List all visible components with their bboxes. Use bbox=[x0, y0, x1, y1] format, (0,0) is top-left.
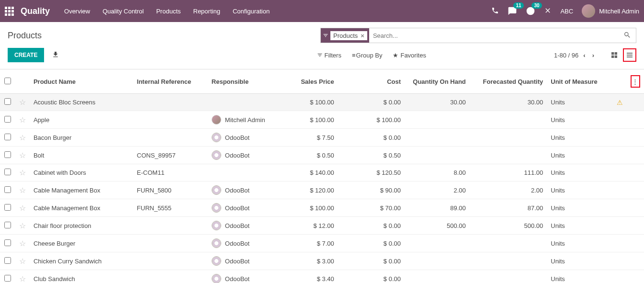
favorite-star-icon[interactable]: ☆ bbox=[19, 275, 26, 283]
nav-products[interactable]: Products bbox=[156, 8, 181, 15]
cell-quantity-on-hand bbox=[405, 252, 470, 270]
list-view-icon[interactable] bbox=[623, 48, 636, 62]
nav-configuration[interactable]: Configuration bbox=[233, 8, 270, 15]
row-checkbox[interactable] bbox=[4, 134, 11, 140]
col-unit-of-measure[interactable]: Unit of Measure bbox=[547, 69, 613, 94]
user-menu[interactable]: Mitchell Admin bbox=[582, 4, 639, 18]
favorite-star-icon[interactable]: ☆ bbox=[19, 222, 26, 230]
cell-forecasted-quantity bbox=[470, 252, 547, 270]
row-checkbox[interactable] bbox=[4, 186, 11, 193]
apps-icon[interactable] bbox=[5, 7, 14, 16]
table-row[interactable]: ☆BoltCONS_89957OdooBot$ 0.50$ 0.50Units bbox=[0, 147, 644, 164]
download-icon[interactable] bbox=[52, 51, 59, 60]
search-input[interactable] bbox=[369, 32, 619, 39]
kanban-view-icon[interactable] bbox=[608, 48, 621, 62]
table-row[interactable]: ☆Cheese BurgerOdooBot$ 7.00$ 0.00Units bbox=[0, 235, 644, 252]
table-row[interactable]: ☆AppleMitchell Admin$ 100.00$ 100.00Unit… bbox=[0, 111, 644, 129]
cell-responsible: OdooBot bbox=[208, 270, 286, 283]
pager-next-icon[interactable]: › bbox=[592, 52, 594, 59]
favorite-star-icon[interactable]: ☆ bbox=[19, 134, 26, 142]
create-button[interactable]: CREATE bbox=[8, 48, 44, 62]
column-options-icon[interactable]: ⋮ bbox=[631, 75, 640, 88]
cell-product-name: Apple bbox=[30, 111, 133, 129]
favorite-star-icon[interactable]: ☆ bbox=[19, 204, 26, 212]
company-switcher[interactable]: ABC bbox=[560, 8, 573, 15]
col-forecasted-quantity[interactable]: Forecasted Quantity bbox=[470, 69, 547, 94]
breadcrumb: Products bbox=[8, 31, 42, 41]
table-row[interactable]: ☆Cabinet with DoorsE-COM11$ 140.00$ 120.… bbox=[0, 164, 644, 181]
cell-unit-of-measure: Units bbox=[547, 94, 613, 111]
app-brand[interactable]: Quality bbox=[21, 6, 50, 16]
avatar-icon bbox=[212, 185, 221, 195]
cell-sales-price: $ 7.50 bbox=[286, 129, 338, 147]
cell-internal-reference bbox=[133, 94, 208, 111]
cell-internal-reference bbox=[133, 111, 208, 129]
cell-internal-reference: CONS_89957 bbox=[133, 147, 208, 164]
row-checkbox[interactable] bbox=[4, 204, 11, 211]
row-checkbox[interactable] bbox=[4, 257, 11, 264]
close-tray-icon[interactable] bbox=[544, 7, 552, 16]
cell-quantity-on-hand bbox=[405, 111, 470, 129]
cell-unit-of-measure: Units bbox=[547, 181, 613, 199]
user-name: Mitchell Admin bbox=[599, 8, 639, 15]
main-nav: Overview Quality Control Products Report… bbox=[64, 8, 270, 15]
col-quantity-on-hand[interactable]: Quantity On Hand bbox=[405, 69, 470, 94]
row-checkbox[interactable] bbox=[4, 151, 11, 158]
cell-internal-reference bbox=[133, 235, 208, 252]
cell-cost: $ 0.00 bbox=[338, 270, 405, 283]
row-checkbox[interactable] bbox=[4, 239, 11, 246]
favorite-star-icon[interactable]: ☆ bbox=[19, 98, 26, 106]
col-product-name[interactable]: Product Name bbox=[30, 69, 133, 94]
cell-sales-price: $ 0.50 bbox=[286, 147, 338, 164]
filters-dropdown[interactable]: Filters bbox=[317, 52, 341, 59]
activities-icon[interactable]: 30 bbox=[526, 6, 535, 16]
cell-internal-reference: E-COM11 bbox=[133, 164, 208, 181]
row-checkbox[interactable] bbox=[4, 116, 11, 123]
table-row[interactable]: ☆Cable Management BoxFURN_5555OdooBot$ 1… bbox=[0, 199, 644, 217]
facet-remove-icon[interactable]: × bbox=[361, 32, 364, 39]
cell-sales-price: $ 100.00 bbox=[286, 199, 338, 217]
responsible-name: OdooBot bbox=[225, 240, 249, 247]
cell-quantity-on-hand bbox=[405, 147, 470, 164]
nav-reporting[interactable]: Reporting bbox=[193, 8, 220, 15]
row-checkbox[interactable] bbox=[4, 98, 11, 105]
groupby-dropdown[interactable]: ≡ Group By bbox=[352, 52, 383, 59]
col-cost[interactable]: Cost bbox=[338, 69, 405, 94]
table-row[interactable]: ☆Chicken Curry SandwichOdooBot$ 3.00$ 0.… bbox=[0, 252, 644, 270]
messages-icon[interactable]: 11 bbox=[508, 6, 517, 16]
cell-cost: $ 120.50 bbox=[338, 164, 405, 181]
table-row[interactable]: ☆Chair floor protectionOdooBot$ 12.00$ 0… bbox=[0, 217, 644, 235]
favorite-star-icon[interactable]: ☆ bbox=[19, 257, 26, 265]
col-sales-price[interactable]: Sales Price bbox=[286, 69, 338, 94]
avatar-icon bbox=[212, 238, 221, 248]
row-checkbox[interactable] bbox=[4, 275, 11, 282]
table-row[interactable]: ☆Cable Management BoxFURN_5800OdooBot$ 1… bbox=[0, 181, 644, 199]
favorites-dropdown[interactable]: ★ Favorites bbox=[393, 52, 426, 59]
col-internal-reference[interactable]: Internal Reference bbox=[133, 69, 208, 94]
cell-responsible: OdooBot bbox=[208, 181, 286, 199]
cell-responsible: Mitchell Admin bbox=[208, 111, 286, 129]
favorite-star-icon[interactable]: ☆ bbox=[19, 239, 26, 248]
select-all-checkbox[interactable] bbox=[4, 78, 11, 84]
nav-overview[interactable]: Overview bbox=[64, 8, 90, 15]
cell-product-name: Chair floor protection bbox=[30, 217, 133, 235]
row-checkbox[interactable] bbox=[4, 169, 11, 175]
favorite-star-icon[interactable]: ☆ bbox=[19, 169, 26, 177]
search-icon[interactable] bbox=[619, 31, 636, 40]
phone-icon[interactable] bbox=[491, 7, 499, 16]
favorite-star-icon[interactable]: ☆ bbox=[19, 151, 26, 159]
cell-product-name: Cabinet with Doors bbox=[30, 164, 133, 181]
pager-prev-icon[interactable]: ‹ bbox=[583, 52, 585, 59]
col-responsible[interactable]: Responsible bbox=[208, 69, 286, 94]
pager-range[interactable]: 1-80 / 96 bbox=[554, 52, 578, 59]
favorite-star-icon[interactable]: ☆ bbox=[19, 116, 26, 124]
cell-unit-of-measure: Units bbox=[547, 111, 613, 129]
favorite-star-icon[interactable]: ☆ bbox=[19, 186, 26, 194]
row-checkbox[interactable] bbox=[4, 222, 11, 228]
search-bar[interactable]: Products × bbox=[320, 28, 636, 43]
table-row[interactable]: ☆Bacon BurgerOdooBot$ 7.50$ 0.00Units bbox=[0, 129, 644, 147]
table-row[interactable]: ☆Club SandwichOdooBot$ 3.40$ 0.00Units bbox=[0, 270, 644, 283]
nav-quality-control[interactable]: Quality Control bbox=[102, 8, 144, 15]
table-row[interactable]: ☆Acoustic Bloc Screens$ 100.00$ 0.0030.0… bbox=[0, 94, 644, 111]
warning-icon[interactable]: ⚠ bbox=[617, 99, 623, 106]
